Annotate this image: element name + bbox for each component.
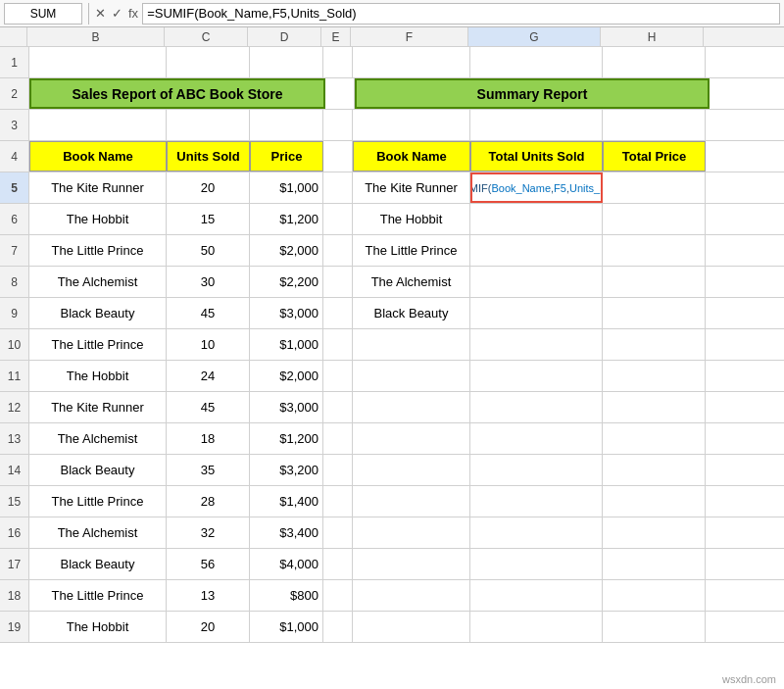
cell-h19[interactable] (603, 612, 706, 642)
cell-f10[interactable] (353, 329, 470, 360)
cell-b1[interactable] (29, 47, 167, 77)
cell-b12[interactable]: The Kite Runner (29, 392, 167, 422)
cell-b9[interactable]: Black Beauty (29, 298, 167, 328)
cell-b19[interactable]: The Hobbit (29, 612, 167, 642)
cell-c10[interactable]: 10 (167, 329, 250, 360)
cell-f3[interactable] (353, 110, 470, 140)
cell-h15[interactable] (603, 486, 706, 517)
cell-d15[interactable]: $1,400 (250, 486, 323, 517)
cell-c1[interactable] (167, 47, 250, 77)
cell-e14[interactable] (323, 455, 353, 485)
cell-b14[interactable]: Black Beauty (29, 455, 167, 485)
cell-e5[interactable] (323, 172, 353, 203)
col-header-e[interactable]: E (321, 27, 351, 46)
cell-f19[interactable] (353, 612, 470, 642)
cell-f7[interactable]: The Little Prince (353, 235, 470, 266)
cell-c6[interactable]: 15 (167, 204, 250, 234)
cell-b15[interactable]: The Little Prince (29, 486, 167, 517)
cell-d11[interactable]: $2,000 (250, 361, 323, 391)
cell-g14[interactable] (470, 455, 603, 485)
cell-e11[interactable] (323, 361, 353, 391)
cell-c16[interactable]: 32 (167, 517, 250, 548)
cell-h9[interactable] (603, 298, 706, 328)
cell-g6[interactable] (470, 204, 603, 234)
cell-e18[interactable] (323, 580, 353, 611)
cell-g9[interactable] (470, 298, 603, 328)
cell-g10[interactable] (470, 329, 603, 360)
cell-c13[interactable]: 18 (167, 423, 250, 454)
cell-g19[interactable] (470, 612, 603, 642)
cell-f6[interactable]: The Hobbit (353, 204, 470, 234)
cell-g7[interactable] (470, 235, 603, 266)
cell-g11[interactable] (470, 361, 603, 391)
cell-e8[interactable] (323, 267, 353, 297)
cell-c5[interactable]: 20 (167, 172, 250, 203)
fx-icon[interactable]: fx (128, 6, 138, 21)
cell-h5[interactable] (603, 172, 706, 203)
cell-d5[interactable]: $1,000 (250, 172, 323, 203)
cell-c18[interactable]: 13 (167, 580, 250, 611)
cell-b3[interactable] (29, 110, 167, 140)
cell-h6[interactable] (603, 204, 706, 234)
cell-f13[interactable] (353, 423, 470, 454)
cell-g18[interactable] (470, 580, 603, 611)
cell-b7[interactable]: The Little Prince (29, 235, 167, 266)
cell-d9[interactable]: $3,000 (250, 298, 323, 328)
confirm-icon[interactable]: ✓ (112, 6, 122, 21)
cell-b6[interactable]: The Hobbit (29, 204, 167, 234)
formula-input-wrapper[interactable]: =SUMIF(Book_Name,F5,Units_Sold) (142, 3, 780, 25)
col-header-b[interactable]: B (27, 27, 165, 46)
cell-b16[interactable]: The Alchemist (29, 517, 167, 548)
cell-c7[interactable]: 50 (167, 235, 250, 266)
cell-e12[interactable] (323, 392, 353, 422)
col-header-h[interactable]: H (601, 27, 704, 46)
col-header-f[interactable]: F (351, 27, 468, 46)
cell-e16[interactable] (323, 517, 353, 548)
cell-c14[interactable]: 35 (167, 455, 250, 485)
cell-c8[interactable]: 30 (167, 267, 250, 297)
cell-g16[interactable] (470, 517, 603, 548)
name-box[interactable]: SUM (4, 3, 82, 25)
cell-d10[interactable]: $1,000 (250, 329, 323, 360)
cell-e19[interactable] (323, 612, 353, 642)
cell-f17[interactable] (353, 549, 470, 579)
cell-b11[interactable]: The Hobbit (29, 361, 167, 391)
cell-f8[interactable]: The Alchemist (353, 267, 470, 297)
cell-b18[interactable]: The Little Prince (29, 580, 167, 611)
cell-f15[interactable] (353, 486, 470, 517)
cell-h8[interactable] (603, 267, 706, 297)
cell-e4[interactable] (323, 141, 353, 172)
cell-d3[interactable] (250, 110, 323, 140)
cell-b13[interactable]: The Alchemist (29, 423, 167, 454)
cell-g5[interactable]: =SUMIF(Book_Name,F5,Units_Sold) (470, 172, 603, 203)
cell-b8[interactable]: The Alchemist (29, 267, 167, 297)
cell-e13[interactable] (323, 423, 353, 454)
cell-c17[interactable]: 56 (167, 549, 250, 579)
col-header-g[interactable]: G (468, 27, 601, 46)
cell-g15[interactable] (470, 486, 603, 517)
cell-e10[interactable] (323, 329, 353, 360)
cell-g8[interactable] (470, 267, 603, 297)
cell-b17[interactable]: Black Beauty (29, 549, 167, 579)
cell-d17[interactable]: $4,000 (250, 549, 323, 579)
cell-h10[interactable] (603, 329, 706, 360)
cell-d19[interactable]: $1,000 (250, 612, 323, 642)
cell-e1[interactable] (323, 47, 353, 77)
cell-c9[interactable]: 45 (167, 298, 250, 328)
cell-h16[interactable] (603, 517, 706, 548)
cell-e9[interactable] (323, 298, 353, 328)
cell-e7[interactable] (323, 235, 353, 266)
cancel-icon[interactable]: ✕ (95, 6, 106, 21)
cell-e3[interactable] (323, 110, 353, 140)
cell-f14[interactable] (353, 455, 470, 485)
cell-b5[interactable]: The Kite Runner (29, 172, 167, 203)
cell-f1[interactable] (353, 47, 470, 77)
cell-d12[interactable]: $3,000 (250, 392, 323, 422)
cell-h14[interactable] (603, 455, 706, 485)
cell-f9[interactable]: Black Beauty (353, 298, 470, 328)
cell-g13[interactable] (470, 423, 603, 454)
cell-b10[interactable]: The Little Prince (29, 329, 167, 360)
cell-h11[interactable] (603, 361, 706, 391)
cell-c19[interactable]: 20 (167, 612, 250, 642)
cell-c12[interactable]: 45 (167, 392, 250, 422)
